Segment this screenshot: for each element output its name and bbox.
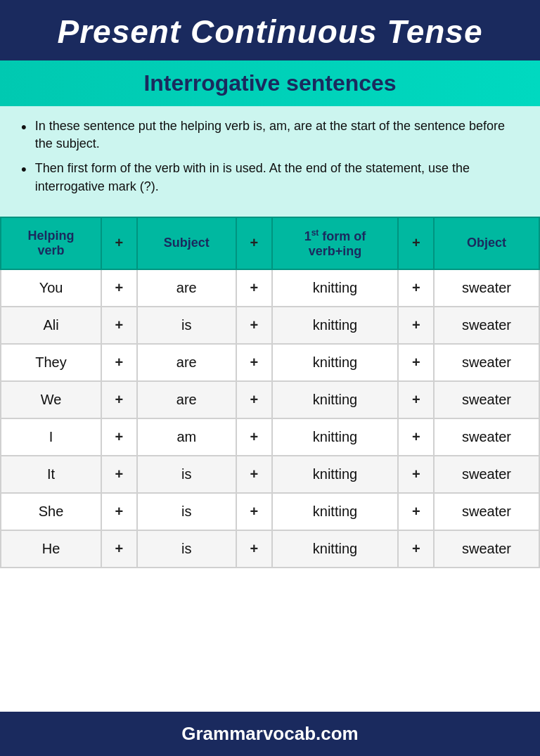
cell-object: sweater: [434, 456, 539, 493]
cell-verb-form: knitting: [272, 456, 399, 493]
bullet-2: •: [21, 160, 27, 180]
cell-verb-form: knitting: [272, 530, 399, 568]
cell-plus1: +: [101, 418, 137, 456]
rule-text-2: Then first form of the verb with in is u…: [35, 160, 519, 195]
th-plus2: +: [236, 217, 272, 269]
cell-verb-form: knitting: [272, 418, 399, 456]
cell-object: sweater: [434, 530, 539, 568]
cell-plus2: +: [236, 493, 272, 530]
cell-plus3: +: [398, 269, 434, 307]
cell-object: sweater: [434, 381, 539, 418]
table-row: She+is+knitting+sweater: [1, 493, 539, 530]
cell-plus1: +: [101, 456, 137, 493]
rule-item-1: • In these sentence put the helping verb…: [21, 117, 519, 153]
footer: Grammarvocab.com: [0, 712, 540, 756]
rule-text-1: In these sentence put the helping verb i…: [35, 117, 519, 153]
cell-plus3: +: [398, 456, 434, 493]
cell-plus1: +: [101, 269, 137, 307]
cell-helping-verb: She: [1, 493, 101, 530]
cell-plus1: +: [101, 381, 137, 418]
th-object: Object: [434, 217, 539, 269]
rules-section: • In these sentence put the helping verb…: [0, 106, 540, 217]
grammar-table: Helpingverb + Subject + 1st form ofverb+…: [0, 217, 540, 568]
cell-plus2: +: [236, 269, 272, 307]
table-row: He+is+knitting+sweater: [1, 530, 539, 568]
cell-subject: is: [137, 530, 236, 568]
cell-object: sweater: [434, 344, 539, 381]
cell-plus2: +: [236, 456, 272, 493]
cell-plus3: +: [398, 493, 434, 530]
bullet-1: •: [21, 117, 27, 138]
cell-helping-verb: They: [1, 344, 101, 381]
header: Present Continuous Tense: [0, 0, 540, 60]
cell-verb-form: knitting: [272, 269, 399, 307]
cell-subject: are: [137, 269, 236, 307]
cell-subject: is: [137, 493, 236, 530]
th-plus3: +: [398, 217, 434, 269]
table-row: Ali+is+knitting+sweater: [1, 307, 539, 344]
cell-plus3: +: [398, 344, 434, 381]
table-row: It+is+knitting+sweater: [1, 456, 539, 493]
cell-object: sweater: [434, 418, 539, 456]
cell-subject: is: [137, 307, 236, 344]
cell-plus2: +: [236, 530, 272, 568]
cell-subject: is: [137, 456, 236, 493]
cell-verb-form: knitting: [272, 307, 399, 344]
footer-text: Grammarvocab.com: [181, 723, 358, 744]
table-row: I+am+knitting+sweater: [1, 418, 539, 456]
cell-plus2: +: [236, 344, 272, 381]
table-header-row: Helpingverb + Subject + 1st form ofverb+…: [1, 217, 539, 269]
subtitle-bar: Interrogative sentences: [0, 60, 540, 106]
cell-plus2: +: [236, 381, 272, 418]
cell-plus1: +: [101, 344, 137, 381]
th-helping-verb: Helpingverb: [1, 217, 101, 269]
cell-object: sweater: [434, 269, 539, 307]
table-row: We+are+knitting+sweater: [1, 381, 539, 418]
cell-helping-verb: I: [1, 418, 101, 456]
cell-subject: am: [137, 418, 236, 456]
cell-plus1: +: [101, 307, 137, 344]
cell-plus3: +: [398, 381, 434, 418]
cell-verb-form: knitting: [272, 493, 399, 530]
cell-helping-verb: He: [1, 530, 101, 568]
cell-verb-form: knitting: [272, 381, 399, 418]
cell-plus3: +: [398, 307, 434, 344]
cell-object: sweater: [434, 493, 539, 530]
cell-plus2: +: [236, 307, 272, 344]
cell-plus2: +: [236, 418, 272, 456]
table-row: They+are+knitting+sweater: [1, 344, 539, 381]
cell-subject: are: [137, 344, 236, 381]
cell-plus1: +: [101, 493, 137, 530]
page-title: Present Continuous Tense: [57, 13, 482, 50]
cell-subject: are: [137, 381, 236, 418]
cell-plus3: +: [398, 530, 434, 568]
th-verb-form: 1st form ofverb+ing: [272, 217, 399, 269]
cell-helping-verb: We: [1, 381, 101, 418]
cell-helping-verb: You: [1, 269, 101, 307]
cell-helping-verb: It: [1, 456, 101, 493]
th-plus1: +: [101, 217, 137, 269]
cell-plus3: +: [398, 418, 434, 456]
rule-item-2: • Then first form of the verb with in is…: [21, 160, 519, 195]
table-row: You+are+knitting+sweater: [1, 269, 539, 307]
subtitle-text: Interrogative sentences: [143, 70, 396, 96]
cell-helping-verb: Ali: [1, 307, 101, 344]
cell-verb-form: knitting: [272, 344, 399, 381]
table-container: Helpingverb + Subject + 1st form ofverb+…: [0, 217, 540, 712]
th-subject: Subject: [137, 217, 236, 269]
cell-object: sweater: [434, 307, 539, 344]
cell-plus1: +: [101, 530, 137, 568]
